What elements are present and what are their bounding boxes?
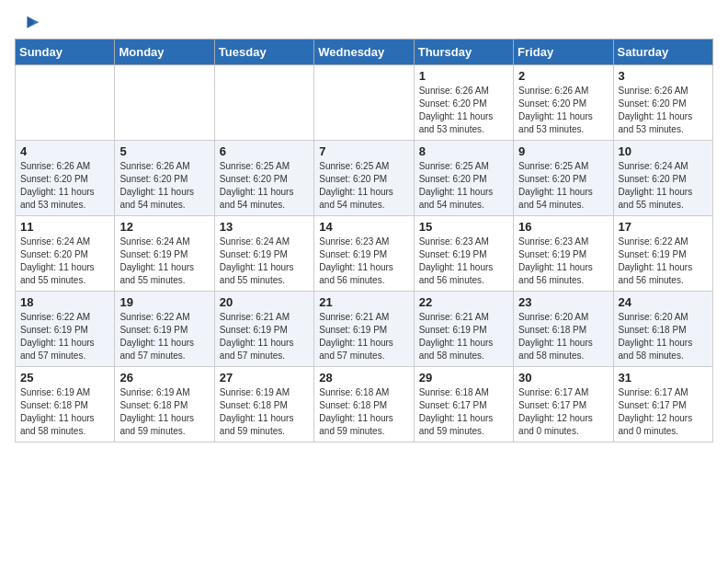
calendar-week-2: 4Sunrise: 6:26 AM Sunset: 6:20 PM Daylig… — [16, 141, 713, 216]
day-info: Sunrise: 6:25 AM Sunset: 6:20 PM Dayligh… — [220, 160, 309, 212]
table-row: 13Sunrise: 6:24 AM Sunset: 6:19 PM Dayli… — [214, 216, 313, 292]
day-info: Sunrise: 6:19 AM Sunset: 6:18 PM Dayligh… — [220, 386, 309, 438]
logo-icon — [18, 15, 40, 31]
day-info: Sunrise: 6:24 AM Sunset: 6:20 PM Dayligh… — [20, 236, 109, 287]
day-number: 5 — [119, 144, 209, 158]
day-number: 29 — [419, 371, 508, 385]
day-info: Sunrise: 6:19 AM Sunset: 6:18 PM Dayligh… — [119, 386, 209, 438]
day-number: 4 — [20, 144, 109, 158]
day-info: Sunrise: 6:23 AM Sunset: 6:19 PM Dayligh… — [419, 236, 508, 287]
table-row: 25Sunrise: 6:19 AM Sunset: 6:18 PM Dayli… — [16, 367, 115, 442]
table-row: 1Sunrise: 6:26 AM Sunset: 6:20 PM Daylig… — [414, 65, 513, 141]
table-row: 6Sunrise: 6:25 AM Sunset: 6:20 PM Daylig… — [214, 141, 313, 216]
table-row — [214, 65, 313, 141]
weekday-header-tuesday: Tuesday — [214, 40, 313, 65]
table-row: 2Sunrise: 6:26 AM Sunset: 6:20 PM Daylig… — [514, 65, 613, 141]
day-info: Sunrise: 6:25 AM Sunset: 6:20 PM Dayligh… — [518, 160, 608, 212]
day-number: 8 — [419, 144, 508, 158]
day-info: Sunrise: 6:21 AM Sunset: 6:19 PM Dayligh… — [419, 311, 508, 362]
day-number: 26 — [119, 371, 209, 385]
day-number: 31 — [619, 371, 708, 385]
day-info: Sunrise: 6:17 AM Sunset: 6:17 PM Dayligh… — [518, 386, 608, 438]
table-row: 24Sunrise: 6:20 AM Sunset: 6:18 PM Dayli… — [613, 292, 712, 367]
day-number: 23 — [518, 295, 608, 309]
table-row — [16, 65, 115, 141]
day-number: 14 — [319, 220, 408, 234]
day-number: 24 — [619, 295, 708, 309]
day-number: 12 — [119, 220, 209, 234]
weekday-header-sunday: Sunday — [16, 40, 115, 65]
weekday-header-friday: Friday — [514, 40, 613, 65]
day-info: Sunrise: 6:25 AM Sunset: 6:20 PM Dayligh… — [419, 160, 508, 212]
table-row: 21Sunrise: 6:21 AM Sunset: 6:19 PM Dayli… — [314, 292, 414, 367]
day-info: Sunrise: 6:21 AM Sunset: 6:19 PM Dayligh… — [319, 311, 408, 362]
day-number: 21 — [319, 295, 408, 309]
day-number: 3 — [619, 69, 708, 83]
day-info: Sunrise: 6:22 AM Sunset: 6:19 PM Dayligh… — [119, 311, 209, 362]
day-info: Sunrise: 6:17 AM Sunset: 6:17 PM Dayligh… — [619, 386, 708, 438]
day-info: Sunrise: 6:22 AM Sunset: 6:19 PM Dayligh… — [20, 311, 109, 362]
day-number: 28 — [319, 371, 408, 385]
table-row: 12Sunrise: 6:24 AM Sunset: 6:19 PM Dayli… — [115, 216, 214, 292]
day-number: 17 — [619, 220, 708, 234]
day-info: Sunrise: 6:18 AM Sunset: 6:17 PM Dayligh… — [419, 386, 508, 438]
day-info: Sunrise: 6:22 AM Sunset: 6:19 PM Dayligh… — [619, 236, 708, 287]
table-row: 18Sunrise: 6:22 AM Sunset: 6:19 PM Dayli… — [16, 292, 115, 367]
day-number: 11 — [20, 220, 109, 234]
table-row: 11Sunrise: 6:24 AM Sunset: 6:20 PM Dayli… — [16, 216, 115, 292]
table-row: 26Sunrise: 6:19 AM Sunset: 6:18 PM Dayli… — [115, 367, 214, 442]
weekday-header-wednesday: Wednesday — [314, 40, 414, 65]
day-info: Sunrise: 6:24 AM Sunset: 6:19 PM Dayligh… — [119, 236, 209, 287]
logo — [15, 15, 40, 31]
weekday-header-row: SundayMondayTuesdayWednesdayThursdayFrid… — [16, 40, 713, 65]
table-row — [115, 65, 214, 141]
table-row: 10Sunrise: 6:24 AM Sunset: 6:20 PM Dayli… — [613, 141, 712, 216]
table-row: 9Sunrise: 6:25 AM Sunset: 6:20 PM Daylig… — [514, 141, 613, 216]
day-info: Sunrise: 6:21 AM Sunset: 6:19 PM Dayligh… — [220, 311, 309, 362]
day-number: 22 — [419, 295, 508, 309]
weekday-header-thursday: Thursday — [414, 40, 513, 65]
calendar-table: SundayMondayTuesdayWednesdayThursdayFrid… — [15, 39, 713, 442]
table-row: 19Sunrise: 6:22 AM Sunset: 6:19 PM Dayli… — [115, 292, 214, 367]
table-row: 8Sunrise: 6:25 AM Sunset: 6:20 PM Daylig… — [414, 141, 513, 216]
day-number: 13 — [220, 220, 309, 234]
day-info: Sunrise: 6:26 AM Sunset: 6:20 PM Dayligh… — [518, 85, 608, 136]
day-info: Sunrise: 6:18 AM Sunset: 6:18 PM Dayligh… — [319, 386, 408, 438]
table-row: 20Sunrise: 6:21 AM Sunset: 6:19 PM Dayli… — [214, 292, 313, 367]
day-info: Sunrise: 6:19 AM Sunset: 6:18 PM Dayligh… — [20, 386, 109, 438]
table-row: 31Sunrise: 6:17 AM Sunset: 6:17 PM Dayli… — [613, 367, 712, 442]
day-number: 20 — [220, 295, 309, 309]
day-info: Sunrise: 6:23 AM Sunset: 6:19 PM Dayligh… — [518, 236, 608, 287]
table-row: 22Sunrise: 6:21 AM Sunset: 6:19 PM Dayli… — [414, 292, 513, 367]
day-number: 9 — [518, 144, 608, 158]
day-info: Sunrise: 6:20 AM Sunset: 6:18 PM Dayligh… — [619, 311, 708, 362]
day-info: Sunrise: 6:25 AM Sunset: 6:20 PM Dayligh… — [319, 160, 408, 212]
day-info: Sunrise: 6:23 AM Sunset: 6:19 PM Dayligh… — [319, 236, 408, 287]
weekday-header-monday: Monday — [115, 40, 214, 65]
calendar-week-3: 11Sunrise: 6:24 AM Sunset: 6:20 PM Dayli… — [16, 216, 713, 292]
table-row: 5Sunrise: 6:26 AM Sunset: 6:20 PM Daylig… — [115, 141, 214, 216]
table-row: 15Sunrise: 6:23 AM Sunset: 6:19 PM Dayli… — [414, 216, 513, 292]
day-number: 16 — [518, 220, 608, 234]
table-row: 14Sunrise: 6:23 AM Sunset: 6:19 PM Dayli… — [314, 216, 414, 292]
table-row: 28Sunrise: 6:18 AM Sunset: 6:18 PM Dayli… — [314, 367, 414, 442]
day-number: 27 — [220, 371, 309, 385]
table-row — [314, 65, 414, 141]
table-row: 17Sunrise: 6:22 AM Sunset: 6:19 PM Dayli… — [613, 216, 712, 292]
table-row: 4Sunrise: 6:26 AM Sunset: 6:20 PM Daylig… — [16, 141, 115, 216]
day-info: Sunrise: 6:26 AM Sunset: 6:20 PM Dayligh… — [119, 160, 209, 212]
day-number: 1 — [419, 69, 508, 83]
table-row: 29Sunrise: 6:18 AM Sunset: 6:17 PM Dayli… — [414, 367, 513, 442]
day-number: 15 — [419, 220, 508, 234]
day-number: 18 — [20, 295, 109, 309]
calendar-week-5: 25Sunrise: 6:19 AM Sunset: 6:18 PM Dayli… — [16, 367, 713, 442]
day-number: 19 — [119, 295, 209, 309]
day-info: Sunrise: 6:20 AM Sunset: 6:18 PM Dayligh… — [518, 311, 608, 362]
day-info: Sunrise: 6:26 AM Sunset: 6:20 PM Dayligh… — [20, 160, 109, 212]
header — [15, 15, 713, 31]
table-row: 3Sunrise: 6:26 AM Sunset: 6:20 PM Daylig… — [613, 65, 712, 141]
day-number: 30 — [518, 371, 608, 385]
day-info: Sunrise: 6:24 AM Sunset: 6:19 PM Dayligh… — [220, 236, 309, 287]
day-info: Sunrise: 6:26 AM Sunset: 6:20 PM Dayligh… — [419, 85, 508, 136]
day-number: 2 — [518, 69, 608, 83]
